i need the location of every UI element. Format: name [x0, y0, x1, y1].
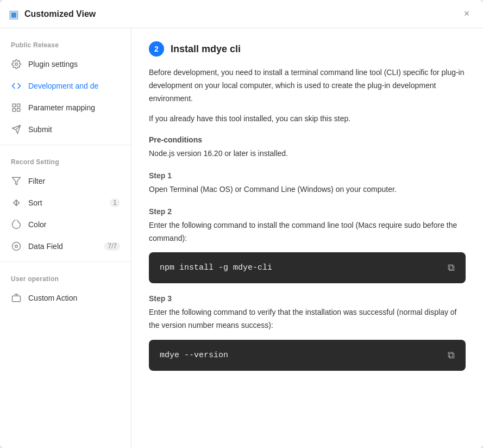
sidebar-item-parameter-mapping[interactable]: Parameter mapping [0, 97, 131, 119]
data-field-icon [11, 241, 22, 252]
code-text-2: mdye --version [160, 351, 228, 360]
copy-icon-1[interactable]: ⧉ [448, 262, 455, 273]
preconditions-text: Node.js version 16.20 or later is instal… [149, 147, 466, 160]
sidebar: Public Release Plugin settings Developme… [0, 28, 131, 448]
sort-icon [11, 197, 22, 208]
data-field-badge: 7/7 [104, 242, 120, 251]
main-area: Public Release Plugin settings Developme… [0, 28, 483, 448]
step2-label: Step 2 [149, 207, 466, 216]
svg-rect-3 [17, 109, 20, 111]
sidebar-divider-2 [0, 262, 131, 262]
parameter-mapping-label: Parameter mapping [28, 103, 120, 112]
sidebar-item-custom-action[interactable]: Custom Action [0, 287, 131, 309]
svg-rect-4 [12, 109, 15, 111]
close-button[interactable]: × [459, 7, 474, 22]
development-icon [11, 80, 22, 91]
code-text-1: npm install -g mdye-cli [160, 263, 272, 272]
preconditions-label: Pre-conditions [149, 135, 466, 144]
sidebar-item-filter[interactable]: Filter [0, 170, 131, 192]
plugin-settings-label: Plugin settings [28, 60, 120, 69]
copy-icon-2[interactable]: ⧉ [448, 350, 455, 361]
desc-1: Before development, you need to install … [149, 66, 466, 105]
custom-action-label: Custom Action [28, 294, 120, 302]
step-badge: 2 [149, 41, 164, 57]
step3-label: Step 3 [149, 294, 466, 303]
svg-rect-2 [17, 104, 20, 107]
step3-text: Enter the following command to verify th… [149, 306, 466, 332]
sidebar-item-plugin-settings[interactable]: Plugin settings [0, 53, 131, 75]
sidebar-divider-1 [0, 145, 131, 145]
svg-point-0 [15, 63, 18, 66]
sidebar-item-color[interactable]: Color [0, 214, 131, 235]
title-bar: ▣ Customized View × [0, 0, 483, 28]
step2-text: Enter the following command to install t… [149, 219, 466, 245]
sidebar-item-development[interactable]: Development and de [0, 75, 131, 97]
content-area: 2 Install mdye cli Before development, y… [131, 28, 483, 448]
sidebar-section-user-operation: User operation [0, 266, 131, 287]
plugin-settings-icon [11, 59, 22, 70]
sidebar-section-record-setting: Record Setting [0, 150, 131, 170]
color-label: Color [28, 220, 120, 229]
app-window: ▣ Customized View × Public Release Plugi… [0, 0, 483, 448]
filter-label: Filter [28, 177, 120, 185]
custom-action-icon [11, 293, 22, 303]
filter-icon [11, 176, 22, 186]
sort-label: Sort [28, 198, 103, 207]
development-label: Development and de [28, 82, 120, 90]
submit-icon [11, 124, 22, 135]
svg-point-11 [15, 245, 18, 248]
sidebar-section-public-release: Public Release [0, 33, 131, 53]
svg-marker-7 [12, 177, 21, 185]
window-title: Customized View [24, 9, 459, 19]
svg-rect-12 [12, 296, 21, 302]
step-title: Install mdye cli [171, 43, 241, 55]
step1-label: Step 1 [149, 171, 466, 180]
desc-2: If you already have this tool installed,… [149, 113, 466, 126]
step-header: 2 Install mdye cli [149, 41, 466, 57]
sidebar-item-submit[interactable]: Submit [0, 119, 131, 140]
app-icon: ▣ [9, 8, 19, 21]
data-field-label: Data Field [28, 242, 98, 251]
code-block-2: mdye --version ⧉ [149, 340, 466, 371]
color-icon [11, 219, 22, 230]
step1-text: Open Terminal (Mac OS) or Command Line (… [149, 183, 466, 196]
svg-point-10 [12, 242, 21, 251]
sort-badge: 1 [110, 198, 120, 207]
sidebar-item-data-field[interactable]: Data Field 7/7 [0, 235, 131, 257]
submit-label: Submit [28, 125, 120, 134]
svg-rect-1 [12, 104, 15, 107]
parameter-mapping-icon [11, 102, 22, 113]
sidebar-item-sort[interactable]: Sort 1 [0, 192, 131, 214]
code-block-1: npm install -g mdye-cli ⧉ [149, 252, 466, 283]
